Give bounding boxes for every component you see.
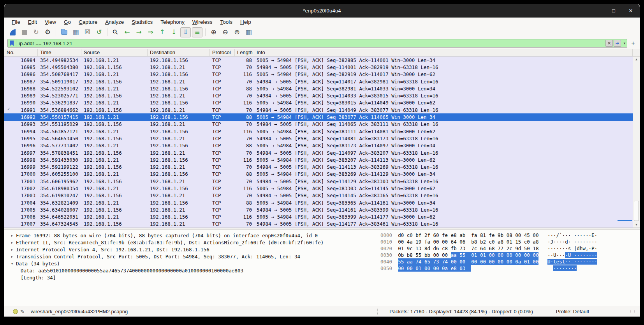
ascii-char[interactable]: ·	[582, 239, 586, 245]
hex-byte[interactable]: 00	[498, 252, 507, 258]
auto-scroll-button[interactable]: ⇓	[180, 27, 191, 37]
hex-byte[interactable]: 2c	[507, 245, 516, 252]
ascii-char[interactable]: `	[559, 232, 562, 238]
hex-byte[interactable]: 00	[507, 252, 516, 258]
ascii-char[interactable]: ·	[553, 232, 556, 238]
hex-byte[interactable]: 01	[524, 258, 533, 265]
detail-line-3[interactable]: ▸Transmission Control Protocol, Src Port…	[8, 253, 353, 260]
menu-capture[interactable]: Capture	[75, 18, 101, 26]
ascii-char[interactable]: ·	[595, 259, 598, 265]
hex-byte[interactable]: 06	[459, 238, 471, 245]
ascii-char[interactable]: ·	[547, 232, 551, 238]
restart-capture-button[interactable]: ↻	[31, 27, 41, 37]
hex-byte[interactable]: 9b	[498, 232, 507, 238]
hex-byte[interactable]: d0	[398, 232, 407, 238]
hex-byte[interactable]: 00	[524, 252, 533, 258]
column-header-no[interactable]: No.	[4, 49, 38, 56]
hex-byte[interactable]: 00	[498, 258, 507, 265]
hex-byte[interactable]: aa	[451, 252, 460, 258]
open-file-button[interactable]	[59, 27, 69, 37]
hex-byte[interactable]: ab	[459, 232, 471, 238]
hex-byte[interactable]: fe	[489, 232, 498, 238]
hex-byte[interactable]: 00	[533, 252, 538, 258]
ascii-char[interactable]: d	[565, 239, 568, 245]
ascii-char[interactable]: J	[551, 239, 554, 245]
ascii-char[interactable]: ·	[591, 239, 595, 245]
ascii-char[interactable]: ·	[559, 252, 562, 258]
packet-row-16995[interactable]: 16995354.564653450192.168.1.156192.168.1…	[4, 135, 633, 142]
hex-byte[interactable]: 9d	[515, 245, 524, 252]
detail-line-5[interactable]: Data: aa55010100000000000055aa7465737400…	[8, 267, 353, 274]
go-to-first-button[interactable]: ↑	[157, 27, 167, 37]
save-file-button[interactable]: ▦	[70, 27, 81, 37]
hex-byte[interactable]: 13	[415, 245, 424, 252]
hex-byte[interactable]: fe	[442, 232, 451, 238]
hex-byte[interactable]: 77	[498, 245, 507, 252]
ascii-char[interactable]: ·	[547, 252, 551, 258]
menu-help[interactable]: Help	[237, 18, 255, 26]
hex-byte[interactable]: 19	[415, 238, 424, 245]
hex-byte[interactable]: 64	[480, 245, 489, 252]
hex-byte[interactable]: 50	[524, 245, 533, 252]
filter-add-button[interactable]: +	[629, 39, 637, 48]
hex-byte[interactable]: 00	[480, 258, 489, 265]
ascii-char[interactable]: ·	[553, 246, 556, 251]
hex-byte[interactable]: 01	[471, 252, 480, 258]
ascii-char[interactable]: ·	[591, 252, 595, 258]
hex-byte[interactable]: 00	[442, 252, 451, 258]
ascii-char[interactable]: ·	[551, 259, 554, 265]
ascii-char[interactable]: ·	[553, 265, 556, 271]
ascii-char[interactable]: ·	[577, 259, 580, 265]
column-header-destination[interactable]: Destination	[148, 49, 210, 56]
detail-line-2[interactable]: ▸Internet Protocol Version 4, Src: 192.1…	[8, 246, 353, 253]
ascii-char[interactable]: ·	[559, 246, 562, 251]
display-filter-input[interactable]: ip.addr == 192.168.1.21 ✕ ➜ ▼	[7, 39, 627, 48]
hex-byte[interactable]: 01	[480, 252, 489, 258]
hex-byte[interactable]: e8	[451, 232, 460, 238]
scrollbar-down-arrow-icon[interactable]: ▼	[633, 222, 640, 228]
packet-row-16994[interactable]: 16994354.563857121192.168.1.21192.168.1.…	[4, 128, 633, 135]
menu-wireless[interactable]: Wireless	[189, 18, 216, 26]
hex-byte[interactable]: 73	[459, 245, 471, 252]
detail-line-6[interactable]: [Length: 34]	[8, 274, 353, 281]
hex-byte[interactable]: 55	[415, 252, 424, 258]
ascii-char[interactable]: ·	[565, 252, 568, 258]
expander-icon[interactable]: ▸	[8, 240, 16, 245]
ascii-char[interactable]: ·	[565, 259, 568, 265]
close-button[interactable]: ✕	[627, 8, 634, 14]
ascii-char[interactable]: ·	[568, 259, 574, 265]
packet-row-17004[interactable]: 17004354.632821409192.168.1.21192.168.1.…	[4, 199, 633, 206]
hex-byte[interactable]: 03	[459, 265, 471, 272]
packet-row-17007[interactable]: 17007354.647324545192.168.1.156192.168.1…	[4, 221, 633, 228]
ascii-char[interactable]: ·	[553, 239, 556, 245]
ascii-char[interactable]: ·	[551, 232, 554, 238]
hex-byte[interactable]: 55	[459, 252, 471, 258]
packet-row-17002[interactable]: 17002354.618980354192.168.1.21192.168.1.…	[4, 185, 633, 192]
filter-dropdown-caret[interactable]: ▼	[622, 40, 627, 47]
ascii-char[interactable]: /	[556, 232, 560, 238]
ascii-char[interactable]: ·	[595, 239, 598, 245]
hex-byte[interactable]: 64	[451, 238, 460, 245]
scrollbar-thumb[interactable]	[634, 201, 639, 221]
ascii-char[interactable]: ·	[595, 246, 598, 251]
hex-byte[interactable]: 00	[533, 232, 538, 238]
zoom-reset-button[interactable]: ⊜	[232, 27, 242, 37]
hex-byte[interactable]: fb	[451, 245, 460, 252]
hex-byte[interactable]: 55	[398, 258, 407, 265]
ascii-char[interactable]: ·	[568, 232, 574, 238]
hex-byte[interactable]: aa	[407, 258, 416, 265]
ascii-char[interactable]: s	[559, 259, 562, 265]
hex-byte[interactable]: fa	[424, 238, 433, 245]
expert-info-icon[interactable]	[13, 309, 18, 314]
hex-byte[interactable]: e8	[451, 265, 460, 272]
hex-byte[interactable]: 18	[533, 245, 538, 252]
hex-byte[interactable]: 74	[442, 258, 451, 265]
hex-byte[interactable]: 00	[398, 265, 407, 272]
packet-row-17001[interactable]: 17001354.606195962192.168.1.156192.168.1…	[4, 178, 633, 185]
hex-byte[interactable]: a8	[498, 238, 507, 245]
ascii-char[interactable]: ·	[577, 252, 580, 258]
hex-byte[interactable]: 00	[507, 258, 516, 265]
ascii-char[interactable]: U	[568, 252, 574, 258]
go-back-button[interactable]: ←	[122, 27, 132, 37]
packet-row-16990[interactable]: 16990354.536291837192.168.1.21192.168.1.…	[4, 99, 633, 106]
